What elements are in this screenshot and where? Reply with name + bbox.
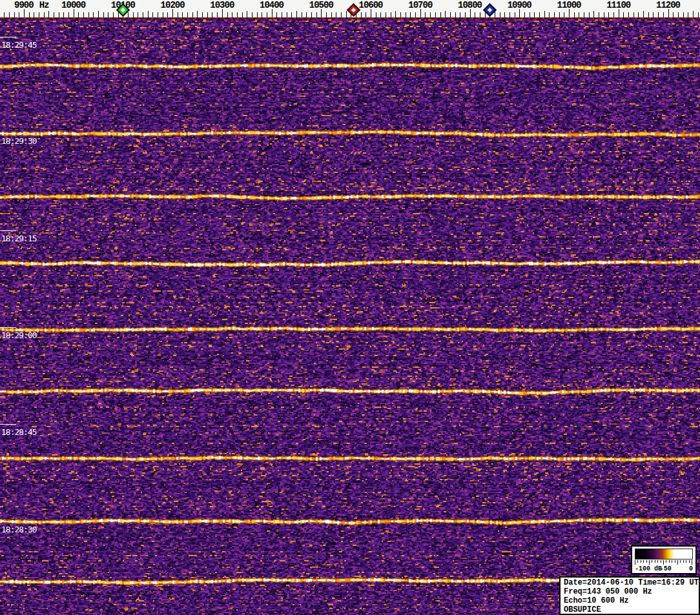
ruler-tick xyxy=(415,12,416,17)
amplitude-legend: -100 dB -50 0 xyxy=(631,545,697,574)
ruler-tick xyxy=(291,12,292,17)
ruler-tick xyxy=(480,12,480,17)
ruler-tick xyxy=(554,12,555,17)
ruler-tick xyxy=(138,12,138,17)
ruler-tick xyxy=(242,12,243,17)
ruler-tick xyxy=(237,12,238,17)
info-echo: Echo=10 600 Hz xyxy=(564,596,699,605)
ruler-tick xyxy=(604,12,604,17)
ruler-tick xyxy=(365,12,366,17)
legend-tick xyxy=(643,560,644,563)
ruler-unit-label: Hz xyxy=(39,0,49,10)
ruler-tick xyxy=(29,12,30,17)
ruler-tick xyxy=(59,12,59,17)
ruler-tick xyxy=(445,11,446,17)
ruler-tick xyxy=(658,12,659,17)
ruler-tick xyxy=(296,11,297,17)
ruler-tick xyxy=(450,12,451,17)
ruler-tick xyxy=(148,11,149,17)
legend-max-label: 0 xyxy=(689,565,693,572)
ruler-tick xyxy=(608,12,609,17)
legend-tick xyxy=(692,560,692,565)
ruler-tick xyxy=(152,12,153,17)
ruler-tick xyxy=(202,12,203,17)
spectrogram-waterfall[interactable] xyxy=(0,19,700,615)
legend-tick xyxy=(686,560,686,563)
ruler-tick xyxy=(197,11,198,17)
ruler-tick xyxy=(252,12,252,17)
ruler-label: 10000 xyxy=(61,0,85,10)
ruler-tick xyxy=(9,12,10,17)
ruler-tick xyxy=(559,12,560,17)
ruler-tick xyxy=(688,12,688,17)
ruler-tick xyxy=(247,11,247,17)
ruler-tick xyxy=(599,12,599,17)
ruler-tick xyxy=(589,12,590,17)
time-tick xyxy=(0,133,16,134)
ruler-tick xyxy=(83,12,84,17)
ruler-tick xyxy=(500,12,500,17)
ruler-tick xyxy=(391,12,391,17)
ruler-tick xyxy=(103,12,104,17)
ruler-tick xyxy=(643,11,644,17)
legend-tick xyxy=(666,560,666,563)
ruler-tick xyxy=(48,11,49,17)
ruler-tick xyxy=(648,12,649,17)
ruler-tick xyxy=(44,12,45,17)
ruler-tick xyxy=(113,12,114,17)
ruler-tick xyxy=(282,12,282,17)
legend-tick xyxy=(683,560,684,563)
ruler-tick xyxy=(593,11,594,17)
ruler-tick xyxy=(395,11,396,17)
ruler-tick xyxy=(663,12,664,17)
ruler-tick xyxy=(638,12,639,17)
ruler-tick xyxy=(460,12,460,17)
amplitude-gradient-bar[interactable] xyxy=(635,549,693,560)
info-station: OBSUPICE xyxy=(564,605,699,614)
ruler-tick xyxy=(346,11,347,17)
ruler-tick xyxy=(539,12,540,17)
ruler-tick xyxy=(302,12,302,17)
ruler-tick xyxy=(440,12,441,17)
ruler-tick xyxy=(14,12,15,17)
time-label: 18:28:45 xyxy=(1,427,37,437)
ruler-tick xyxy=(187,12,188,17)
time-label: 18:29:45 xyxy=(1,40,37,50)
legend-tick xyxy=(661,560,661,563)
time-tick xyxy=(0,37,16,37)
ruler-tick xyxy=(133,12,134,17)
ruler-tick xyxy=(19,12,19,17)
ruler-tick xyxy=(504,12,505,17)
ruler-tick xyxy=(683,12,684,17)
legend-tick xyxy=(641,560,641,563)
ruler-tick xyxy=(336,12,336,17)
frequency-ruler[interactable]: 9900100001010010200103001040010500106001… xyxy=(0,0,700,17)
legend-tick xyxy=(649,560,650,565)
ruler-tick xyxy=(276,12,277,17)
ruler-tick xyxy=(465,12,466,17)
ruler-tick xyxy=(287,12,287,17)
time-label: 18:28:30 xyxy=(1,525,37,534)
ruler-tick xyxy=(579,12,579,17)
ruler-tick xyxy=(341,12,342,17)
ruler-tick xyxy=(212,12,212,17)
ruler-tick xyxy=(534,12,535,17)
ruler-tick xyxy=(584,12,584,17)
ruler-label: 10800 xyxy=(458,0,482,10)
ruler-tick xyxy=(510,12,510,17)
ruler-tick xyxy=(316,12,317,17)
ruler-tick xyxy=(158,12,158,17)
ruler-tick xyxy=(257,12,258,17)
time-tick xyxy=(0,424,16,425)
legend-tick xyxy=(672,560,672,563)
legend-tick xyxy=(652,560,652,563)
ruler-tick xyxy=(574,12,575,17)
ruler-tick xyxy=(698,12,699,17)
ruler-tick xyxy=(326,12,327,17)
ruler-tick xyxy=(4,12,5,17)
ruler-tick xyxy=(192,12,193,17)
legend-mid-label: -50 xyxy=(660,565,672,572)
ruler-tick xyxy=(93,12,94,17)
amplitude-legend-labels: -100 dB -50 0 xyxy=(635,565,693,573)
ruler-tick xyxy=(331,12,332,17)
